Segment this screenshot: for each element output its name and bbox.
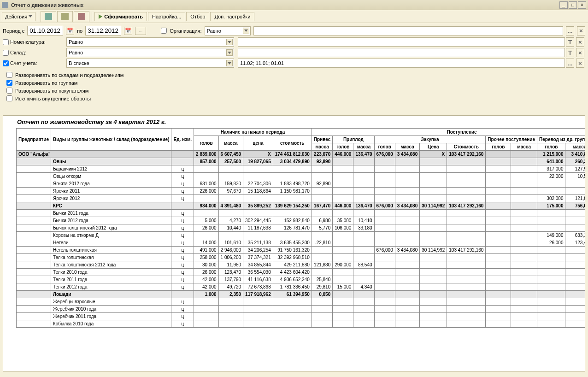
table-row[interactable]: Ярочки 2011ц226,00097,67015 118,6641 150… (17, 188, 586, 195)
th-prives[interactable]: Привес (312, 136, 332, 143)
th-zc[interactable]: Цена (420, 143, 447, 151)
th-enterprise[interactable]: Предприятие (17, 129, 51, 151)
th-zm[interactable]: масса (395, 143, 420, 151)
filter-button[interactable]: Отбор (186, 12, 209, 21)
th-ppg[interactable]: голов (333, 143, 353, 151)
org-cond-combo[interactable]: Равно (205, 26, 251, 35)
th-zg[interactable]: голов (374, 143, 395, 151)
th-golov[interactable]: голов (194, 136, 219, 151)
exclude-internal-checkbox[interactable] (6, 95, 12, 101)
th-stoi[interactable]: стоимость (273, 136, 312, 151)
actions-menu[interactable]: Действия (2, 12, 35, 21)
nom-t-button[interactable]: T (566, 37, 574, 47)
calendar-from-button[interactable]: 📅 (66, 27, 74, 35)
th-zakup[interactable]: Закупка (374, 136, 486, 143)
nom-clear-button[interactable]: × (576, 37, 584, 47)
period-row: Период с 📅 по 📅 ... Организация: Равно .… (3, 26, 585, 35)
sklad-value-combo[interactable] (238, 48, 565, 57)
sklad-checkbox[interactable] (3, 50, 9, 56)
date-to-input[interactable] (85, 26, 121, 35)
play-icon (99, 14, 102, 19)
th-pm[interactable]: масса (312, 143, 332, 151)
sklad-t-button[interactable]: T (566, 48, 574, 57)
date-from-input[interactable] (27, 26, 63, 35)
table-row[interactable]: ООО "Альфа"2 839,0006 607,450X174 461 81… (17, 151, 586, 158)
th-prg[interactable]: голов (486, 143, 511, 151)
schet-checkbox[interactable] (3, 60, 9, 66)
table-row[interactable]: Нетель голштинскаяц491,0002 946,00034 20… (17, 247, 586, 254)
th-priplod[interactable]: Приплод (333, 136, 374, 143)
table-row[interactable]: Жеребчик 2010 годац (17, 306, 586, 313)
table-row[interactable]: Ягнята 2012 годац631,000159,83022 704,30… (17, 180, 586, 188)
minimize-button[interactable]: _ (559, 1, 568, 9)
sklad-label: Склад: (10, 50, 65, 55)
table-row[interactable]: Жеребчик 2011 годац (17, 313, 586, 320)
table-row[interactable]: Нетелиц14,000101,61035 211,1383 635 455,… (17, 239, 586, 247)
schet-clear-button[interactable]: × (576, 59, 584, 68)
th-cena[interactable]: цена (243, 136, 273, 151)
org-clear-button[interactable]: × (577, 26, 585, 35)
expand-buyers-checkbox[interactable] (6, 88, 12, 94)
expand-groups-checkbox[interactable] (6, 80, 12, 86)
th-prm[interactable]: масса (511, 143, 537, 151)
calendar-to-button[interactable]: 📅 (124, 27, 132, 35)
table-row[interactable]: Телка голштинскаяц258,0001 006,20037 374… (17, 254, 586, 261)
maximize-button[interactable]: □ (569, 1, 577, 9)
nom-cond-combo[interactable]: Равно (66, 37, 234, 47)
table-row[interactable]: Баранчики 2012ц317,000127,940 (17, 165, 586, 173)
nom-cond-value: Равно (69, 39, 83, 45)
expand-warehouses-checkbox[interactable] (6, 72, 12, 78)
th-begin[interactable]: Наличие на начало периода (194, 129, 312, 136)
org-dots-button[interactable]: ... (566, 26, 574, 35)
th-group[interactable]: Виды и группы животных / склад (подразде… (51, 129, 171, 151)
tool-btn-1[interactable] (41, 11, 56, 22)
schet-cond-combo[interactable]: В списке (66, 59, 234, 68)
expand-buyers-label: Разворачивать по покупателям (15, 88, 88, 94)
table-row[interactable]: Телки 2011 годац42,000137,79041 116,6384… (17, 276, 586, 283)
table-row[interactable]: Телка голштинская 2012 годац30,00011,980… (17, 261, 586, 269)
table-row[interactable]: Телки 2010 годац26,000123,47036 554,0304… (17, 269, 586, 276)
th-ppm[interactable]: масса (353, 143, 374, 151)
schet-cond-value: В списке (69, 60, 89, 66)
nom-checkbox[interactable] (3, 39, 9, 45)
org-checkbox[interactable] (161, 28, 167, 34)
table-row[interactable]: Ярочки 2012ц302,000121,880 (17, 195, 586, 202)
period-picker-button[interactable]: ... (135, 27, 146, 35)
table-row[interactable]: Бычок голштинский 2012 годац26,00010,440… (17, 224, 586, 232)
folder-icon (61, 13, 69, 20)
report-area[interactable]: Отчет по животноводству за 4 квартал 201… (3, 115, 585, 371)
table-row[interactable]: Бычки 2011 годац (17, 210, 586, 217)
filter-panel: Период с 📅 по 📅 ... Организация: Равно .… (0, 23, 588, 107)
th-income[interactable]: Поступление (312, 129, 585, 136)
table-row[interactable]: Лошади1,0002,350117 918,96261 394,9500,0… (17, 291, 586, 298)
table-row[interactable]: Бычки 2012 годац5,0004,270302 294,445152… (17, 217, 586, 224)
report-table: Предприятие Виды и группы животных / скл… (16, 128, 585, 328)
th-pvg[interactable]: голов (537, 143, 565, 151)
th-zs[interactable]: Стоимость (447, 143, 486, 151)
table-row[interactable]: Телки 2012 годац42,00049,72072 673,8681 … (17, 283, 586, 291)
schet-value-combo[interactable]: 11.02; 11.01; 01.01 (238, 59, 565, 68)
th-perevod[interactable]: Перевод из др. группы (537, 136, 585, 143)
close-button[interactable]: × (578, 1, 586, 9)
table-row[interactable]: Овцы откормц22,00010,52012,000 (17, 173, 586, 180)
th-massa[interactable]: масса (218, 136, 243, 151)
settings-button[interactable]: Настройка... (148, 12, 185, 21)
advanced-button[interactable]: Доп. настройки (210, 12, 254, 21)
table-row[interactable]: Коровы на откорме Дц149,000633,130 (17, 232, 586, 239)
tool-btn-3[interactable] (74, 11, 89, 22)
sklad-clear-button[interactable]: × (576, 48, 584, 57)
nom-value-combo[interactable] (238, 37, 565, 47)
th-unit[interactable]: Ед. изм. (171, 129, 194, 151)
refresh-icon (78, 13, 85, 20)
org-value-combo[interactable] (253, 26, 563, 35)
th-pvm[interactable]: масса (565, 143, 585, 151)
sklad-cond-combo[interactable]: Равно (66, 48, 234, 57)
form-button[interactable]: Сформировать (94, 12, 147, 21)
table-row[interactable]: Кобылка 2010 годац (17, 320, 586, 328)
th-prochee[interactable]: Прочее поступление (486, 136, 537, 143)
table-row[interactable]: Жеребцы взрослыец (17, 298, 586, 306)
schet-dots-button[interactable]: ... (566, 59, 574, 68)
tool-btn-2[interactable] (57, 11, 73, 22)
table-row[interactable]: Овцы857,000257,50019 827,0653 034 479,89… (17, 158, 586, 165)
table-row[interactable]: КРС934,0004 391,48035 889,252139 629 154… (17, 202, 586, 210)
